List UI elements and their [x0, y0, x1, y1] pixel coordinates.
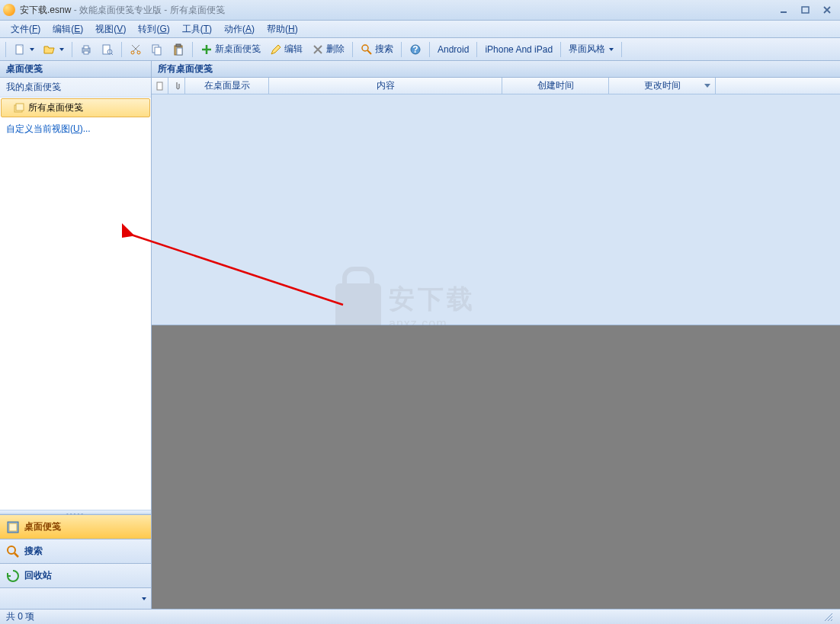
resize-grip[interactable]: [823, 612, 834, 622]
filename: 安下载.esnw: [20, 5, 71, 15]
tree: 我的桌面便笺 所有桌面便笺 自定义当前视图(U)...: [0, 78, 151, 140]
menu-file[interactable]: 文件(F): [5, 21, 46, 37]
menubar: 文件(F) 编辑(E) 视图(V) 转到(G) 工具(T) 动作(A) 帮助(H…: [0, 21, 840, 38]
menu-edit[interactable]: 编辑(E): [46, 21, 89, 37]
nav-search[interactable]: 搜索: [0, 539, 151, 563]
svg-point-15: [362, 45, 368, 51]
style-button[interactable]: 界面风格: [565, 40, 617, 58]
nav-more-button[interactable]: [0, 587, 151, 609]
paste-icon: [172, 43, 184, 56]
tree-item-all-notes[interactable]: 所有桌面便笺: [1, 98, 150, 117]
delete-button[interactable]: 删除: [308, 40, 348, 58]
iphone-button[interactable]: iPhone And iPad: [481, 42, 556, 57]
note-stack-icon: [13, 102, 25, 114]
print-button[interactable]: [76, 41, 96, 58]
svg-rect-11: [155, 47, 161, 55]
menu-goto[interactable]: 转到(G): [132, 21, 175, 37]
search-button[interactable]: 搜索: [357, 40, 397, 58]
column-modify-time[interactable]: 更改时间: [609, 78, 716, 94]
svg-rect-0: [781, 11, 787, 13]
printer-icon: [80, 43, 92, 56]
paperclip-icon: [173, 82, 181, 91]
menu-tools[interactable]: 工具(T): [176, 21, 218, 37]
iphone-label: iPhone And iPad: [485, 44, 553, 55]
status-count: 共 0 项: [6, 610, 34, 623]
search-icon: [361, 43, 373, 56]
window-title: 安下载.esnw - 效能桌面便笺专业版 - 所有桌面便笺: [20, 4, 774, 17]
style-label: 界面风格: [569, 43, 605, 56]
help-icon: ?: [409, 43, 422, 56]
table-header: 在桌面显示 内容 创建时间 更改时间: [152, 78, 840, 94]
open-file-button[interactable]: [40, 41, 68, 58]
menu-action[interactable]: 动作(A): [218, 21, 261, 37]
page-icon: [155, 82, 165, 91]
svg-rect-19: [16, 104, 24, 110]
custom-view-link[interactable]: 自定义当前视图(U)...: [0, 118, 151, 140]
scissors-icon: [130, 43, 142, 56]
nav-label: 搜索: [24, 545, 43, 558]
window-controls: [774, 4, 837, 16]
svg-point-22: [8, 546, 15, 554]
svg-rect-14: [177, 48, 182, 55]
dropdown-arrow-icon: [609, 48, 614, 51]
nav-recycle[interactable]: 回收站: [0, 563, 151, 587]
folder-open-icon: [43, 43, 56, 56]
print-preview-button[interactable]: [98, 41, 117, 58]
pencil-icon: [270, 43, 282, 56]
column-attachment[interactable]: [168, 78, 185, 94]
copy-icon: [151, 43, 163, 56]
column-create-time[interactable]: 创建时间: [502, 78, 609, 94]
dropdown-arrow-icon: [30, 48, 34, 51]
close-button[interactable]: [817, 4, 837, 16]
sticky-note-icon: [6, 520, 20, 534]
svg-rect-23: [157, 82, 162, 90]
column-icon[interactable]: [152, 78, 168, 94]
sidebar: 桌面便笺 我的桌面便笺 所有桌面便笺 自定义当前视图(U)... ••••• 桌…: [0, 61, 152, 609]
tree-empty-area: [0, 140, 151, 510]
svg-rect-1: [802, 7, 809, 13]
maximize-button[interactable]: [796, 4, 816, 16]
new-note-button[interactable]: 新桌面便笺: [197, 40, 265, 58]
menu-help[interactable]: 帮助(H): [261, 21, 304, 37]
main-area: 桌面便笺 我的桌面便笺 所有桌面便笺 自定义当前视图(U)... ••••• 桌…: [0, 61, 840, 609]
column-content[interactable]: 内容: [269, 78, 502, 94]
new-file-button[interactable]: [10, 41, 38, 58]
print-preview-icon: [101, 43, 114, 56]
svg-rect-4: [84, 46, 88, 49]
cut-button[interactable]: [126, 41, 146, 58]
new-note-label: 新桌面便笺: [215, 43, 261, 56]
dropdown-arrow-icon: [142, 597, 146, 600]
table-area: 在桌面显示 内容 创建时间 更改时间: [152, 78, 840, 325]
android-label: Android: [438, 44, 469, 55]
titlebar: 安下载.esnw - 效能桌面便笺专业版 - 所有桌面便笺: [0, 0, 840, 21]
nav-label: 回收站: [24, 569, 52, 582]
statusbar: 共 0 项: [0, 609, 840, 624]
nav-notes[interactable]: 桌面便笺: [0, 514, 151, 539]
column-show-desktop[interactable]: 在桌面显示: [185, 78, 269, 94]
svg-rect-13: [176, 44, 181, 46]
help-button[interactable]: ?: [406, 41, 425, 58]
content-header: 所有桌面便笺: [152, 61, 840, 78]
edit-button[interactable]: 编辑: [266, 40, 306, 58]
svg-point-9: [137, 51, 140, 54]
content-area: 所有桌面便笺 在桌面显示 内容 创建时间 更改时间: [152, 61, 840, 609]
edit-label: 编辑: [284, 43, 303, 56]
dropdown-arrow-icon: [59, 48, 64, 51]
search-label: 搜索: [375, 43, 393, 56]
app-icon: [3, 4, 15, 16]
android-button[interactable]: Android: [434, 42, 473, 57]
delete-icon: [312, 43, 324, 56]
minimize-button[interactable]: [774, 4, 794, 16]
recycle-icon: [6, 569, 20, 583]
tree-item-label: 所有桌面便笺: [28, 101, 83, 114]
nav-label: 桌面便笺: [24, 520, 61, 533]
svg-rect-21: [9, 523, 17, 531]
delete-label: 删除: [326, 43, 345, 56]
tree-group-my-notes[interactable]: 我的桌面便笺: [0, 78, 151, 98]
menu-view[interactable]: 视图(V): [89, 21, 132, 37]
preview-pane: [152, 325, 840, 609]
svg-text:?: ?: [412, 44, 418, 55]
toolbar: 新桌面便笺 编辑 删除 搜索 ? Android iPhone And iPad…: [0, 38, 840, 61]
paste-button[interactable]: [168, 41, 188, 58]
copy-button[interactable]: [147, 41, 167, 58]
